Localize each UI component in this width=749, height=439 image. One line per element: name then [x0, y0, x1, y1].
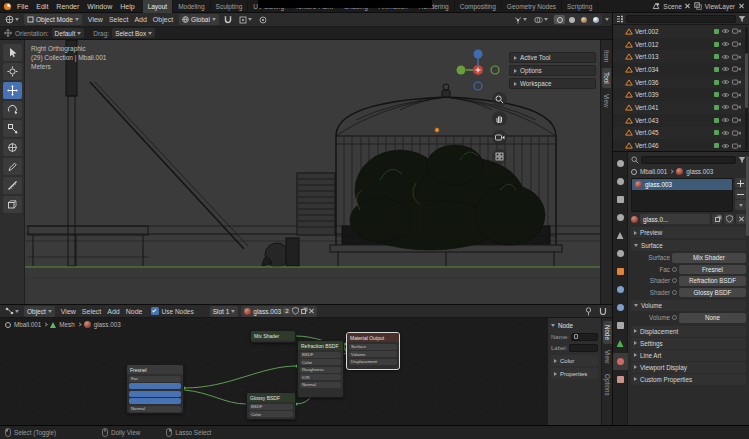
unlink-material-icon[interactable]: [308, 308, 314, 314]
camera-visibility-icon[interactable]: [732, 54, 741, 60]
outliner-row-Vert.013[interactable]: Vert.013: [613, 50, 749, 63]
collapsed-panel[interactable]: Displacement: [631, 326, 746, 337]
menubar-item[interactable]: File: [13, 3, 32, 10]
editor-type-button[interactable]: [3, 306, 21, 317]
workspace-tab[interactable]: Geometry Nodes: [502, 0, 562, 13]
use-nodes-toggle[interactable]: Use Nodes: [149, 306, 196, 317]
sidebar-panel[interactable]: Workspace: [509, 78, 596, 89]
breadcrumb-data[interactable]: Mesh: [59, 321, 74, 328]
properties-tab-render[interactable]: [613, 173, 628, 190]
properties-tab-tool[interactable]: [613, 155, 628, 172]
value-dropdown[interactable]: Mix Shader: [672, 253, 746, 263]
breadcrumb-object[interactable]: Mball.001: [640, 168, 667, 175]
shading-wireframe-button[interactable]: [554, 15, 565, 24]
material-slot-list[interactable]: glass.003: [631, 178, 733, 212]
tool-annotate[interactable]: [3, 158, 22, 175]
properties-tab-texture[interactable]: [613, 371, 628, 388]
node-row[interactable]: Displacement: [349, 359, 397, 365]
collapsed-panel[interactable]: Viewport Display: [631, 362, 746, 373]
properties-tab-modifiers[interactable]: [613, 281, 628, 298]
shader-menu-item[interactable]: View: [58, 308, 79, 315]
sidebar-panel[interactable]: Options: [509, 65, 596, 76]
camera-visibility-icon[interactable]: [732, 79, 741, 85]
properties-tab-physics[interactable]: [613, 299, 628, 316]
shader-menu-item[interactable]: Node: [123, 308, 146, 315]
value-dropdown[interactable]: Glossy BSDF: [679, 288, 746, 298]
node-row[interactable]: Fac: [129, 376, 181, 382]
material-id-widget[interactable]: glass.003 2: [241, 306, 317, 317]
editor-type-button[interactable]: [3, 14, 21, 25]
properties-search-input[interactable]: [641, 156, 736, 164]
camera-visibility-icon[interactable]: [732, 28, 741, 34]
hide-eye-icon[interactable]: [721, 66, 730, 72]
properties-tab-world[interactable]: [613, 245, 628, 262]
material-slot-selected[interactable]: glass.003: [632, 179, 732, 190]
sidebar-panel[interactable]: Active Tool: [509, 52, 596, 63]
hide-eye-icon[interactable]: [721, 54, 730, 60]
node-socket-icon[interactable]: [672, 290, 677, 295]
menubar-item[interactable]: Edit: [32, 3, 52, 10]
node-panel-title-row[interactable]: Node: [551, 320, 598, 331]
viewport-menu-item[interactable]: Add: [131, 16, 149, 23]
blender-logo-icon[interactable]: [2, 2, 13, 11]
viewport-menu-item[interactable]: Object: [150, 16, 176, 23]
hide-eye-icon[interactable]: [721, 143, 730, 149]
shading-solid-button[interactable]: [566, 15, 577, 24]
viewport-menu-item[interactable]: View: [85, 16, 106, 23]
show-overlays-button[interactable]: [532, 14, 550, 25]
breadcrumb-material[interactable]: glass.003: [94, 321, 121, 328]
camera-visibility-icon[interactable]: [732, 92, 741, 98]
hide-eye-icon[interactable]: [721, 130, 730, 136]
menubar-item[interactable]: Render: [52, 3, 83, 10]
value-dropdown[interactable]: None: [679, 313, 746, 323]
workspace-tab[interactable]: Scripting: [562, 0, 598, 13]
material-name-field[interactable]: glass.0...: [640, 214, 710, 224]
shader-node-mix-shader[interactable]: Mix Shader: [250, 330, 296, 343]
viewport-canvas[interactable]: Right Orthographic (29) Collection | Mba…: [0, 40, 612, 304]
outliner-row-Vert.043[interactable]: Vert.043: [613, 114, 749, 127]
shading-material-button[interactable]: [578, 15, 589, 24]
sidebar-tab[interactable]: Item: [602, 46, 611, 66]
show-gizmo-button[interactable]: [512, 14, 529, 25]
shader-node-material-output[interactable]: Material OutputSurfaceVolumeDisplacement: [346, 332, 400, 370]
tool-cursor[interactable]: [3, 63, 22, 80]
node-row[interactable]: Volume: [349, 351, 397, 357]
node-label-field[interactable]: [569, 344, 598, 352]
n-panel-section[interactable]: Properties: [551, 368, 598, 379]
node-row[interactable]: Roughness: [300, 367, 341, 373]
properties-tab-scene[interactable]: [613, 227, 628, 244]
node-socket-icon[interactable]: [672, 267, 677, 272]
outliner-editor-icon[interactable]: [616, 15, 624, 23]
outliner-row-Vert.046[interactable]: Vert.046: [613, 139, 749, 152]
tool-measure[interactable]: [3, 177, 22, 194]
hide-eye-icon[interactable]: [721, 79, 730, 85]
orientation-dropdown[interactable]: Default: [52, 28, 85, 38]
camera-visibility-icon[interactable]: [732, 104, 741, 110]
node-row[interactable]: Color: [249, 411, 293, 417]
node-socket-icon[interactable]: [672, 278, 677, 283]
shader-node-glossy-bsdf[interactable]: Glossy BSDFBSDFColor: [246, 392, 296, 420]
filter-funnel-icon[interactable]: [738, 156, 746, 164]
properties-tab-output[interactable]: [613, 191, 628, 208]
properties-tab-object[interactable]: [613, 263, 628, 280]
hide-eye-icon[interactable]: [721, 92, 730, 98]
node-row[interactable]: [129, 383, 181, 389]
camera-view-button[interactable]: [492, 130, 507, 145]
sidebar-tab[interactable]: View: [602, 90, 611, 112]
properties-tab-view-layer[interactable]: [613, 209, 628, 226]
outliner-row-Vert.039[interactable]: Vert.039: [613, 88, 749, 101]
node-row[interactable]: Color: [300, 359, 341, 365]
outliner-row-Vert.041[interactable]: Vert.041: [613, 101, 749, 114]
shader-node-fresnel[interactable]: FresnelFacNormal: [126, 364, 184, 414]
node-row[interactable]: BSDF: [249, 404, 293, 410]
sidebar-tab[interactable]: Tool: [602, 68, 611, 88]
shader-side-tab[interactable]: View: [603, 346, 612, 368]
view-layer-selector[interactable]: ViewLayer: [705, 3, 735, 10]
shading-rendered-button[interactable]: [590, 15, 601, 24]
remove-slot-button[interactable]: [735, 189, 746, 199]
properties-tab-constraints[interactable]: [613, 317, 628, 334]
material-slot-selector[interactable]: Slot 1: [210, 306, 239, 317]
camera-visibility-icon[interactable]: [732, 117, 741, 123]
node-row[interactable]: Normal: [129, 406, 181, 412]
properties-tab-material[interactable]: [613, 353, 628, 370]
